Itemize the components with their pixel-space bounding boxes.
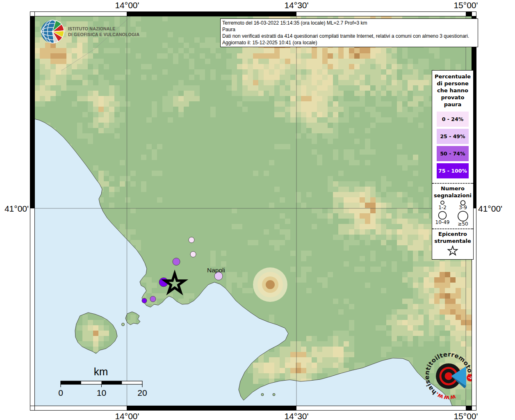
legend-epicenter-title: Epicentro strumentale xyxy=(432,229,473,244)
ingv-name-line1: ISTITUTO NAZIONALE xyxy=(68,26,139,32)
scale-bar-title: km xyxy=(94,365,108,378)
legend-percent-title: Percentuale di persone che hanno provato… xyxy=(432,71,473,108)
event-effect: Paura xyxy=(222,26,476,33)
legend-epicenter-star-icon xyxy=(432,244,473,259)
event-updated: Aggiornato il: 15-12-2025 10:41 (ora loc… xyxy=(222,39,476,46)
legend-percent-swatches: 0 - 24% 25 - 49% 50 - 74% 75 - 100% xyxy=(432,108,473,183)
legend-size-3-9: 3-9 xyxy=(453,200,473,210)
legend-size-1-2: 1-2 xyxy=(432,200,453,210)
legend-swatch-50-74: 50 - 74% xyxy=(437,146,469,161)
legend-swatch-75-100: 75 - 100% xyxy=(437,163,469,178)
legend-counts-title: Numero segnalazioni xyxy=(432,184,473,199)
lon-label-top-1500: 15°00' xyxy=(443,0,488,10)
event-note: Dati non verificati estratti da 414 ques… xyxy=(222,33,476,39)
vesuvius-relief xyxy=(253,267,287,302)
scale-tick-0: 0 xyxy=(58,388,63,397)
event-title: Terremoto del 16-03-2022 15:14:35 (ora l… xyxy=(222,20,476,26)
ingv-logo: ISTITUTO NAZIONALE DI GEOFISICA E VULCAN… xyxy=(40,19,139,44)
ingv-name-line2: DI GEOFISICA E VULCANOLOGIA xyxy=(68,32,139,37)
map-figure: km 0 10 20 Napoli xyxy=(0,0,515,420)
lon-label-top-1430: 14°30' xyxy=(274,0,319,10)
legend-swatch-0-24: 0 - 24% xyxy=(437,112,469,127)
legend-swatch-25-49: 25 - 49% xyxy=(437,129,469,144)
lon-label-bottom-1500: 15°00' xyxy=(443,411,488,420)
lon-label-bottom-1400: 14°00' xyxy=(105,411,150,420)
event-info-box: Terremoto del 16-03-2022 15:14:35 (ora l… xyxy=(220,18,478,47)
scale-tick-20: 20 xyxy=(137,388,147,397)
legend-size-10-49: 10-49 xyxy=(432,210,453,227)
legend-size-50plus: ≥50 xyxy=(453,210,473,227)
lon-label-top-1400: 14°00' xyxy=(105,0,150,10)
lat-label-left-4100: 41°00' xyxy=(0,204,29,214)
lon-label-bottom-1430: 14°30' xyxy=(274,411,319,420)
legend-count-sizes: 1-2 3-9 10-49 ≥50 xyxy=(432,199,473,228)
ingv-globe-icon xyxy=(40,19,65,44)
scale-tick-10: 10 xyxy=(97,388,106,397)
legend-box: Percentuale di persone che hanno provato… xyxy=(432,70,474,260)
lat-label-right-4100: 41°00' xyxy=(478,204,507,214)
city-label-napoli: Napoli xyxy=(207,267,225,274)
